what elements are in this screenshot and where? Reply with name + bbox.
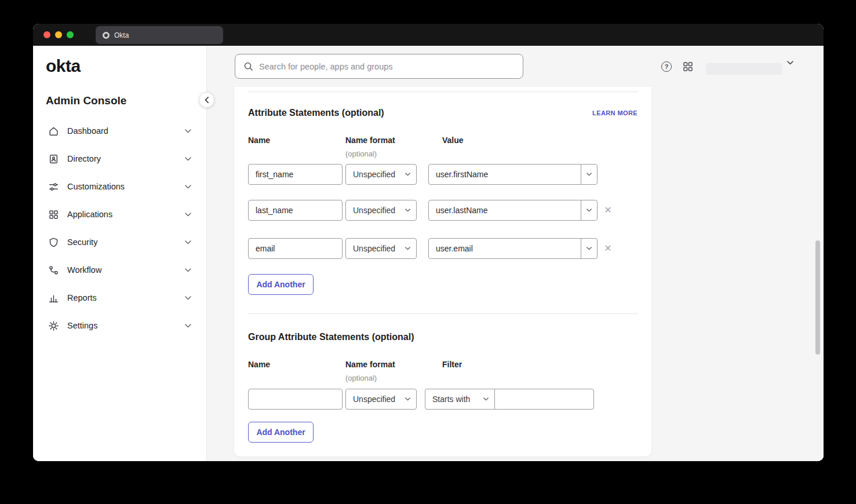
global-search[interactable] [235, 54, 523, 79]
select-value: Starts with [432, 395, 479, 404]
main-region: ? Attribute Statements (optional) LEARN … [207, 46, 824, 461]
column-header-filter: Filter [442, 360, 462, 369]
chevron-down-icon [185, 296, 191, 300]
bar-chart-icon [48, 293, 59, 304]
select-value: Unspecified [353, 244, 400, 253]
chevron-down-icon [405, 397, 410, 401]
sidebar-item-dashboard[interactable]: Dashboard [33, 117, 206, 145]
sidebar-item-label: Dashboard [67, 126, 185, 136]
group-name-format-select[interactable]: Unspecified [345, 389, 417, 410]
group-attribute-statements-title: Group Attribute Statements (optional) [248, 332, 414, 342]
chevron-down-icon [587, 247, 592, 250]
chevron-down-icon [185, 185, 191, 189]
browser-tab-okta[interactable]: Okta [96, 26, 223, 44]
attribute-value-combobox[interactable] [428, 200, 598, 221]
apps-grid-icon [682, 61, 694, 72]
column-header-name: Name [248, 136, 270, 145]
sidebar-item-settings[interactable]: Settings [33, 312, 206, 339]
browser-window: Okta okta Admin Console Dashboard Direct… [33, 24, 824, 461]
chevron-down-icon [405, 173, 410, 176]
chevron-down-icon [185, 157, 191, 161]
sidebar-collapse-button[interactable] [199, 92, 214, 108]
minimize-window-button[interactable] [55, 31, 62, 38]
attribute-name-input[interactable] [248, 164, 343, 185]
learn-more-link[interactable]: LEARN MORE [592, 109, 638, 116]
help-button[interactable]: ? [661, 61, 672, 72]
home-icon [48, 126, 59, 137]
add-another-group-attribute-button[interactable]: Add Another [248, 422, 314, 443]
attribute-name-input[interactable] [248, 200, 343, 221]
attribute-value-combobox[interactable] [428, 238, 598, 259]
close-window-button[interactable] [43, 31, 50, 38]
group-attribute-name-input[interactable] [248, 389, 343, 410]
name-format-select[interactable]: Unspecified [345, 164, 417, 185]
sidebar-item-label: Directory [67, 154, 185, 163]
chevron-down-icon [185, 268, 191, 272]
chevron-left-icon [205, 97, 209, 103]
attribute-value-input[interactable] [429, 200, 581, 220]
app-switcher-button[interactable] [682, 61, 694, 72]
attribute-name-input[interactable] [248, 238, 343, 259]
column-header-name: Name [248, 360, 270, 369]
sidebar-item-applications[interactable]: Applications [33, 200, 206, 228]
sidebar-item-workflow[interactable]: Workflow [33, 256, 206, 284]
combobox-dropdown-button[interactable] [581, 239, 597, 258]
sidebar-item-label: Customizations [67, 182, 185, 191]
sidebar-item-directory[interactable]: Directory [33, 145, 206, 173]
select-value: Unspecified [353, 395, 400, 404]
sidebar-item-label: Applications [67, 210, 185, 219]
column-note-optional: (optional) [345, 149, 377, 158]
vertical-scrollbar[interactable] [815, 240, 820, 355]
user-account-menu[interactable] [706, 60, 793, 75]
saml-settings-card: Attribute Statements (optional) LEARN MO… [234, 87, 651, 456]
chevron-down-icon [587, 209, 592, 212]
okta-favicon-icon [103, 32, 110, 39]
chevron-down-icon [483, 397, 489, 401]
attribute-value-combobox[interactable] [428, 164, 598, 185]
redacted-user-name [706, 63, 782, 75]
search-input[interactable] [259, 62, 515, 71]
sliders-icon [48, 181, 59, 192]
name-format-select[interactable]: Unspecified [345, 200, 417, 221]
chevron-down-icon [405, 247, 410, 250]
remove-row-icon[interactable]: ✕ [603, 243, 613, 254]
chevron-down-icon [185, 213, 191, 217]
sidebar: okta Admin Console Dashboard Directory C… [33, 46, 207, 461]
remove-row-icon[interactable]: ✕ [603, 205, 613, 216]
combobox-dropdown-button[interactable] [581, 200, 597, 220]
sidebar-item-reports[interactable]: Reports [33, 284, 206, 312]
sidebar-item-label: Security [67, 238, 185, 247]
group-filter-value-input[interactable] [494, 389, 594, 410]
sidebar-nav: Dashboard Directory Customizations Appli… [33, 117, 206, 339]
attribute-value-input[interactable] [429, 165, 581, 184]
chevron-down-icon [405, 209, 410, 212]
column-header-name-format: Name format [345, 136, 395, 145]
column-header-name-format: Name format [345, 360, 395, 369]
grid-icon [48, 209, 59, 220]
attribute-value-input[interactable] [429, 239, 581, 258]
zoom-window-button[interactable] [67, 31, 74, 38]
name-format-select[interactable]: Unspecified [345, 238, 417, 259]
select-value: Unspecified [353, 170, 400, 179]
window-controls [43, 31, 74, 38]
add-another-attribute-button[interactable]: Add Another [248, 274, 314, 295]
column-header-value: Value [442, 136, 464, 145]
column-note-optional: (optional) [345, 374, 377, 382]
chevron-down-icon [185, 129, 191, 133]
select-value: Unspecified [353, 206, 400, 215]
sidebar-item-customizations[interactable]: Customizations [33, 173, 206, 200]
directory-icon [48, 154, 59, 165]
attribute-statements-title: Attribute Statements (optional) [248, 108, 384, 118]
tab-title: Okta [114, 31, 129, 39]
admin-console-title: Admin Console [46, 94, 126, 107]
sidebar-item-security[interactable]: Security [33, 228, 206, 256]
sidebar-item-label: Settings [67, 321, 185, 330]
section-divider [248, 313, 638, 314]
search-icon [243, 61, 253, 71]
okta-logo: okta [46, 56, 81, 76]
combobox-dropdown-button[interactable] [581, 165, 597, 184]
browser-titlebar: Okta [33, 24, 824, 46]
chevron-down-icon [787, 61, 793, 65]
group-filter-type-select[interactable]: Starts with [425, 389, 495, 410]
section-divider [248, 92, 638, 92]
